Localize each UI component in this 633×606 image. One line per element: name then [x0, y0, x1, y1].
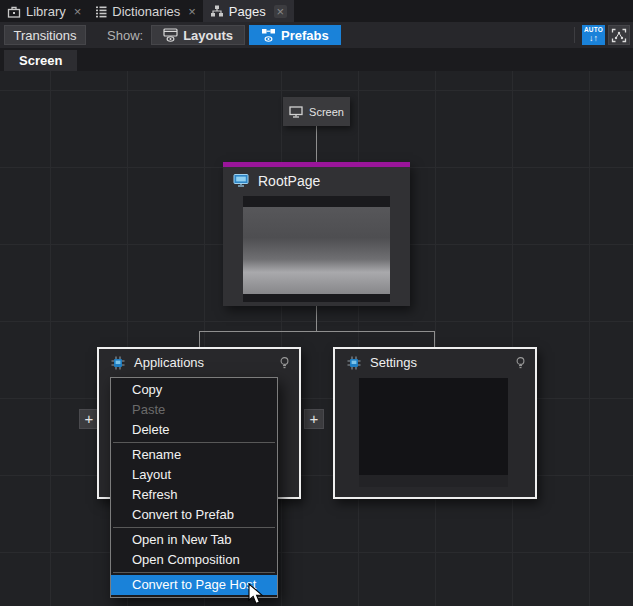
library-icon: [7, 5, 21, 18]
toolbar-right-group: AUTO ↓↑: [574, 25, 633, 45]
layouts-icon: [163, 28, 178, 42]
page-monitor-icon: [233, 174, 249, 187]
breadcrumb-label: Screen: [19, 53, 62, 68]
node-label: RootPage: [258, 173, 320, 189]
menu-separator: [113, 572, 275, 573]
tab-pages[interactable]: Pages ×: [203, 0, 294, 22]
node-header: RootPage: [223, 167, 410, 194]
node-settings[interactable]: Settings: [333, 347, 537, 499]
node-label: Applications: [134, 355, 270, 370]
layouts-toggle-button[interactable]: Layouts: [151, 25, 245, 45]
prefab-chip-icon: [111, 356, 125, 370]
add-page-button-middle[interactable]: +: [304, 409, 324, 429]
lightbulb-icon[interactable]: [515, 356, 526, 370]
node-canvas[interactable]: Screen RootPage + +: [0, 71, 633, 606]
tab-label: Library: [26, 4, 66, 19]
breadcrumb-screen-tab[interactable]: Screen: [4, 50, 77, 71]
menu-item-rename[interactable]: Rename: [111, 445, 277, 465]
menu-item-refresh[interactable]: Refresh: [111, 485, 277, 505]
tab-label: Dictionaries: [112, 4, 180, 19]
node-header: Settings: [335, 349, 535, 376]
close-icon[interactable]: ×: [74, 5, 82, 18]
prefabs-icon: [261, 28, 276, 42]
prefab-chip-icon: [347, 356, 361, 370]
node-screen[interactable]: Screen: [283, 97, 350, 126]
menu-item-delete[interactable]: Delete: [111, 420, 277, 440]
toolbar-separator: [574, 27, 575, 43]
menu-item-copy[interactable]: Copy: [111, 380, 277, 400]
tab-label: Pages: [229, 4, 266, 19]
pages-editor-window: Library × Dictionaries × Pages ×: [0, 0, 633, 606]
menu-item-layout[interactable]: Layout: [111, 465, 277, 485]
mouse-cursor: [248, 583, 264, 606]
tab-bar: Library × Dictionaries × Pages ×: [0, 0, 633, 22]
rootpage-preview-gradient: [243, 207, 390, 294]
rootpage-preview: [243, 196, 390, 302]
toolbar: Transitions Show: Layouts Prefabs: [0, 22, 633, 48]
close-icon[interactable]: ×: [188, 5, 196, 18]
pages-icon: [210, 5, 224, 17]
node-label: Settings: [370, 355, 506, 370]
prefabs-toggle-button[interactable]: Prefabs: [249, 25, 341, 45]
auto-arrange-button[interactable]: AUTO ↓↑: [582, 25, 605, 45]
tab-library[interactable]: Library ×: [0, 0, 88, 22]
connector-branch-applications: [199, 331, 200, 347]
menu-separator: [113, 527, 275, 528]
dictionaries-icon: [95, 5, 107, 18]
close-icon[interactable]: ×: [274, 5, 287, 18]
breadcrumb-bar: Screen: [0, 48, 633, 71]
node-header: Applications: [99, 349, 299, 376]
prefabs-label: Prefabs: [281, 28, 329, 43]
connector-screen-rootpage: [316, 126, 317, 162]
menu-item-convert-to-prefab[interactable]: Convert to Prefab: [111, 505, 277, 525]
plus-icon: +: [85, 410, 94, 427]
monitor-icon: [289, 106, 303, 118]
menu-item-open-in-new-tab[interactable]: Open in New Tab: [111, 530, 277, 550]
node-rootpage[interactable]: RootPage: [223, 162, 410, 306]
add-page-button-left[interactable]: +: [79, 409, 99, 429]
settings-preview: [359, 378, 508, 487]
connector-branch-settings: [434, 331, 435, 347]
context-menu: Copy Paste Delete Rename Layout Refresh …: [110, 377, 278, 598]
lightbulb-icon[interactable]: [279, 356, 290, 370]
node-label: Screen: [309, 106, 344, 118]
auto-arrows: ↓↑: [589, 34, 598, 43]
layouts-label: Layouts: [183, 28, 233, 43]
plus-icon: +: [310, 410, 319, 427]
menu-separator: [113, 442, 275, 443]
fit-view-icon: [611, 28, 627, 43]
menu-item-paste: Paste: [111, 400, 277, 420]
menu-item-open-composition[interactable]: Open Composition: [111, 550, 277, 570]
transitions-label: Transitions: [13, 28, 76, 43]
transitions-button[interactable]: Transitions: [4, 25, 86, 45]
fit-to-view-button[interactable]: [608, 25, 630, 45]
connector-branch-horizontal: [199, 331, 435, 332]
show-label: Show:: [107, 28, 143, 43]
connector-rootpage-down: [316, 306, 317, 332]
preview-bottom-strip: [359, 475, 508, 487]
cursor-arrow-icon: [248, 583, 264, 605]
tab-dictionaries[interactable]: Dictionaries ×: [88, 0, 203, 22]
